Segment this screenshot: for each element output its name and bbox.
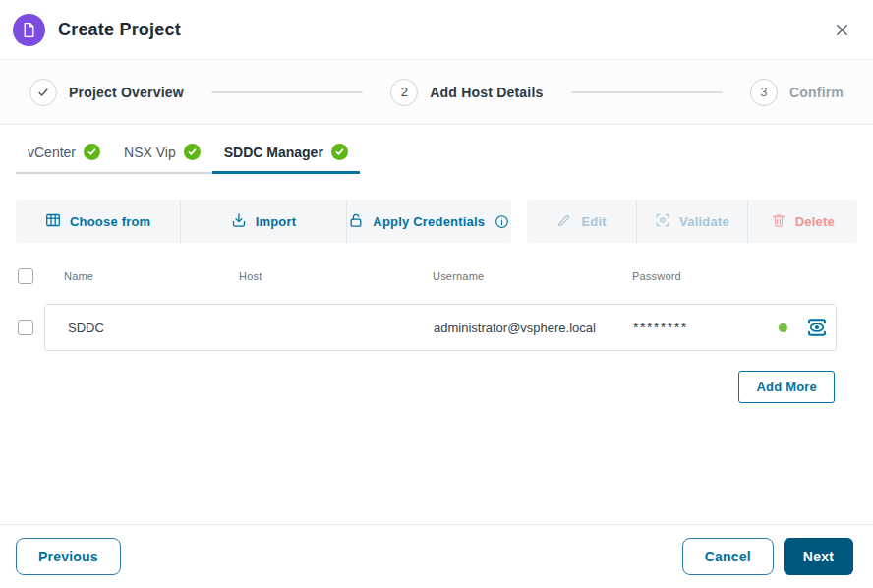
close-button[interactable] xyxy=(829,17,855,43)
dialog-footer: Previous Cancel Next xyxy=(0,524,873,588)
tab-label: SDDC Manager xyxy=(224,145,323,160)
step-number: 3 xyxy=(750,79,778,106)
table-header-row: Name Host Username Password xyxy=(18,266,857,286)
success-check-icon xyxy=(331,144,348,160)
eye-reveal-icon xyxy=(805,327,829,342)
step-label: Add Host Details xyxy=(430,85,543,100)
choose-from-label: Choose from xyxy=(70,214,150,229)
column-header-password: Password xyxy=(632,270,767,282)
table-grid-icon xyxy=(45,212,61,231)
close-icon xyxy=(835,26,849,40)
host-type-tabs: vCenter NSX Vip SDDC Manager xyxy=(16,135,360,174)
edit-label: Edit xyxy=(581,214,606,229)
cancel-button[interactable]: Cancel xyxy=(682,538,774,575)
credential-status-dot xyxy=(779,323,787,332)
trash-icon xyxy=(771,212,786,231)
apply-credentials-label: Apply Credentials xyxy=(373,214,485,229)
host-name-cell: SDDC xyxy=(45,321,230,335)
unlock-icon xyxy=(348,212,364,231)
delete-label: Delete xyxy=(795,214,835,229)
delete-button[interactable]: Delete xyxy=(747,200,857,243)
step-label: Project Overview xyxy=(69,85,184,100)
step-project-overview[interactable]: Project Overview xyxy=(29,79,184,106)
step-add-host-details[interactable]: 2 Add Host Details xyxy=(390,79,543,106)
stepper-connector xyxy=(571,91,723,93)
table-row: SDDC administrator@vsphere.local *******… xyxy=(18,304,837,351)
next-button[interactable]: Next xyxy=(784,538,853,575)
page-title: Create Project xyxy=(58,20,181,40)
wizard-stepper: Project Overview 2 Add Host Details 3 Co… xyxy=(0,59,873,125)
choose-from-button[interactable]: Choose from xyxy=(16,200,180,243)
column-header-host: Host xyxy=(229,270,431,282)
reveal-password-button[interactable] xyxy=(803,314,831,341)
pencil-icon xyxy=(556,212,572,231)
add-more-button[interactable]: Add More xyxy=(738,371,835,403)
previous-button[interactable]: Previous xyxy=(16,538,121,575)
stepper-connector xyxy=(211,91,363,93)
project-document-icon xyxy=(13,14,45,46)
step-confirm[interactable]: 3 Confirm xyxy=(750,79,844,106)
apply-credentials-button[interactable]: Apply Credentials xyxy=(346,200,511,243)
select-all-checkbox[interactable] xyxy=(18,268,33,284)
success-check-icon xyxy=(84,144,100,160)
tab-nsx-vip[interactable]: NSX Vip xyxy=(112,135,212,172)
toolbar-group-primary: Choose from Import xyxy=(16,200,511,243)
column-header-username: Username xyxy=(431,270,632,282)
import-button[interactable]: Import xyxy=(180,200,345,243)
validate-button[interactable]: Validate xyxy=(636,200,746,243)
info-icon[interactable] xyxy=(495,214,509,229)
tab-sddc-manager[interactable]: SDDC Manager xyxy=(212,135,360,172)
tab-label: vCenter xyxy=(28,145,76,160)
toolbar-group-row-actions: Edit Validate xyxy=(527,200,857,243)
import-label: Import xyxy=(256,214,297,229)
row-select-checkbox[interactable] xyxy=(18,320,33,335)
success-check-icon xyxy=(184,144,201,160)
column-header-name: Name xyxy=(44,270,229,282)
validate-scan-icon xyxy=(655,212,670,231)
validate-label: Validate xyxy=(679,214,729,229)
table-toolbar: Choose from Import xyxy=(16,200,857,243)
dialog-header: Create Project xyxy=(0,0,873,59)
create-project-dialog: Create Project Project Overview 2 Add Ho… xyxy=(0,0,873,588)
password-masked-cell: ******** xyxy=(633,320,768,335)
import-icon xyxy=(231,212,247,231)
step-number: 2 xyxy=(390,79,418,106)
host-row-card: SDDC administrator@vsphere.local *******… xyxy=(44,304,837,351)
username-cell: administrator@vsphere.local xyxy=(432,321,633,335)
edit-button[interactable]: Edit xyxy=(527,200,636,243)
tab-vcenter[interactable]: vCenter xyxy=(16,135,112,172)
step-complete-check-icon xyxy=(29,79,57,106)
add-more-row: Add More xyxy=(0,371,835,403)
hosts-table: Name Host Username Password SDDC adminis… xyxy=(0,266,873,351)
step-label: Confirm xyxy=(789,85,844,100)
tab-label: NSX Vip xyxy=(124,145,176,160)
